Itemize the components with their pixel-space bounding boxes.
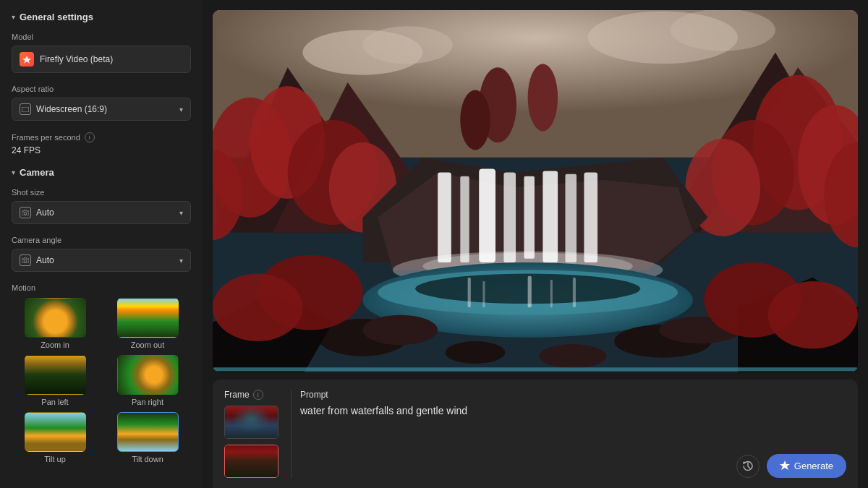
camera-angle-chevron: ▾ — [179, 257, 183, 265]
camera-section-header[interactable]: ▾ Camera — [12, 167, 191, 178]
motion-field: Motion Zoom in Zoom out Pan left Pan rig… — [12, 283, 191, 463]
svg-point-51 — [539, 344, 606, 368]
zoom-out-thumb — [117, 298, 179, 338]
tilt-up-thumb — [25, 412, 86, 452]
general-settings-chevron: ▾ — [12, 13, 15, 21]
generate-icon — [780, 460, 790, 472]
aspect-ratio-field: Aspect ratio Widescreen (16:9) ▾ — [12, 85, 191, 121]
prompt-text[interactable]: water from waterfalls and gentle wind — [300, 404, 846, 419]
main-content: Frame i Prompt water from waterfalls and… — [203, 0, 868, 488]
tilt-down-label: Tilt down — [132, 455, 163, 463]
tilt-down-thumb — [117, 412, 179, 452]
frame-label: Frame — [224, 390, 250, 400]
svg-point-25 — [460, 90, 490, 150]
video-preview — [213, 10, 858, 372]
shot-size-label: Shot size — [12, 188, 191, 197]
motion-tilt-down[interactable]: Tilt down — [104, 412, 191, 463]
aspect-ratio-label: Aspect ratio — [12, 85, 191, 93]
sidebar: ▾ General settings Model Firefly Video (… — [0, 0, 203, 488]
frame-thumb-1[interactable] — [224, 406, 278, 439]
svg-point-1 — [24, 212, 27, 215]
motion-label: Motion — [12, 283, 191, 292]
zoom-in-thumb — [25, 298, 86, 338]
pan-left-thumb — [25, 355, 86, 395]
shot-size-chevron: ▾ — [179, 209, 183, 217]
generate-label: Generate — [794, 461, 833, 471]
svg-point-6 — [362, 26, 452, 64]
aspect-ratio-value: Widescreen (16:9) — [36, 104, 107, 114]
fps-value: 24 FPS — [12, 145, 191, 155]
svg-rect-32 — [524, 176, 535, 259]
frame-section: Frame i — [224, 390, 282, 478]
svg-rect-43 — [528, 276, 532, 308]
svg-point-55 — [213, 274, 302, 341]
motion-zoom-out[interactable]: Zoom out — [104, 298, 191, 349]
aspect-ratio-select[interactable]: Widescreen (16:9) ▾ — [12, 98, 191, 121]
prompt-label: Prompt — [300, 390, 846, 400]
camera-angle-icon — [20, 254, 31, 266]
motion-grid: Zoom in Zoom out Pan left Pan right Tilt… — [12, 298, 191, 463]
camera-angle-select[interactable]: Auto ▾ — [12, 249, 191, 272]
svg-point-8 — [671, 10, 775, 51]
camera-angle-inner: Auto — [20, 254, 54, 266]
frame-header: Frame i — [224, 390, 282, 400]
svg-point-24 — [528, 64, 558, 131]
motion-pan-right[interactable]: Pan right — [104, 355, 191, 406]
svg-point-2 — [24, 260, 27, 262]
svg-rect-33 — [542, 171, 558, 262]
prompt-section: Prompt water from waterfalls and gentle … — [300, 390, 846, 478]
svg-rect-28 — [438, 173, 451, 262]
shot-size-inner: Auto — [20, 207, 54, 218]
camera-chevron: ▾ — [12, 168, 15, 176]
svg-rect-31 — [503, 173, 516, 262]
camera-title: Camera — [20, 167, 54, 178]
svg-rect-0 — [22, 107, 29, 112]
camera-angle-field: Camera angle Auto ▾ — [12, 236, 191, 272]
model-name: Firefly Video (beta) — [40, 54, 113, 64]
svg-point-47 — [362, 315, 438, 345]
widescreen-icon — [20, 103, 31, 115]
general-settings-title: General settings — [20, 12, 93, 22]
svg-rect-34 — [565, 174, 576, 262]
shot-size-value: Auto — [36, 207, 54, 218]
prompt-area: Frame i Prompt water from waterfalls and… — [213, 380, 858, 488]
tilt-up-label: Tilt up — [44, 455, 66, 463]
svg-rect-41 — [468, 278, 471, 307]
general-settings-section[interactable]: ▾ General settings — [12, 12, 191, 22]
camera-angle-label: Camera angle — [12, 236, 191, 244]
divider — [291, 390, 292, 478]
svg-rect-42 — [482, 281, 485, 307]
frame-image-1 — [225, 406, 278, 438]
model-selector[interactable]: Firefly Video (beta) — [12, 46, 191, 73]
zoom-out-label: Zoom out — [131, 341, 164, 349]
camera-angle-value: Auto — [36, 255, 54, 265]
fps-field: Frames per second i 24 FPS — [12, 132, 191, 155]
model-label: Model — [12, 33, 191, 41]
svg-rect-44 — [550, 280, 553, 307]
motion-pan-left[interactable]: Pan left — [12, 355, 98, 406]
fps-info-icon[interactable]: i — [85, 132, 95, 142]
video-background — [213, 10, 858, 372]
frame-image-2 — [225, 445, 278, 477]
frame-thumb-2[interactable] — [224, 445, 278, 478]
pan-right-label: Pan right — [132, 398, 163, 406]
aspect-ratio-chevron: ▾ — [179, 106, 183, 114]
svg-rect-58 — [213, 367, 858, 371]
camera-section: ▾ Camera Shot size Auto ▾ Camera angle — [12, 167, 191, 463]
generate-button[interactable]: Generate — [767, 454, 846, 478]
frame-info-icon[interactable]: i — [253, 390, 263, 400]
camera-shot-icon — [20, 207, 31, 218]
shot-size-select[interactable]: Auto ▾ — [12, 201, 191, 224]
prompt-actions: Generate — [300, 454, 846, 478]
firefly-icon — [20, 52, 34, 67]
aspect-ratio-inner: Widescreen (16:9) — [20, 103, 107, 115]
fps-label: Frames per second — [12, 133, 80, 142]
model-field: Model Firefly Video (beta) — [12, 33, 191, 73]
motion-tilt-up[interactable]: Tilt up — [12, 412, 98, 463]
svg-rect-35 — [584, 173, 597, 262]
history-button[interactable] — [736, 455, 760, 478]
svg-point-57 — [768, 281, 858, 348]
motion-zoom-in[interactable]: Zoom in — [12, 298, 98, 349]
svg-point-50 — [446, 341, 506, 364]
svg-rect-30 — [479, 168, 495, 262]
